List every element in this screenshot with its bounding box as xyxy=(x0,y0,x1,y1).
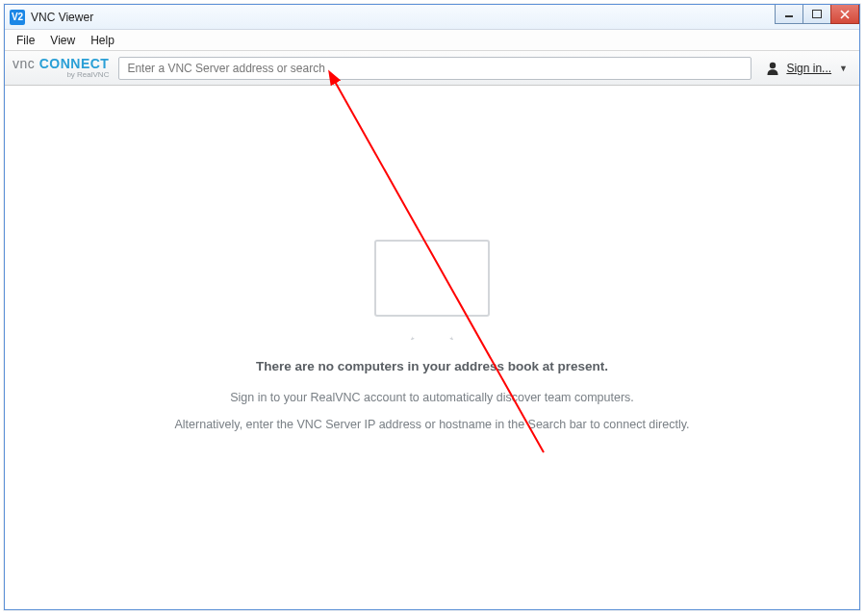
window-title: VNC Viewer xyxy=(31,11,93,24)
close-button[interactable] xyxy=(830,5,859,24)
server-address-input[interactable] xyxy=(118,57,751,80)
app-window: V2 VNC Viewer File View Help vnc CONNECT… xyxy=(4,4,860,610)
menubar: File View Help xyxy=(5,30,859,51)
svg-point-0 xyxy=(770,62,776,67)
sign-in-label: Sign in... xyxy=(786,62,831,75)
empty-state-line2: Alternatively, enter the VNC Server IP a… xyxy=(175,418,690,431)
menu-file[interactable]: File xyxy=(9,32,42,49)
brand-subtitle: by RealVNC xyxy=(13,71,109,79)
maximize-button[interactable] xyxy=(802,5,831,24)
close-icon xyxy=(840,10,850,19)
brand-logo: vnc CONNECT by RealVNC xyxy=(13,57,109,79)
minimize-button[interactable] xyxy=(775,5,803,24)
window-controls xyxy=(776,5,859,24)
empty-monitor-icon xyxy=(374,240,490,317)
menu-help[interactable]: Help xyxy=(83,32,122,49)
titlebar[interactable]: V2 VNC Viewer xyxy=(5,5,859,30)
empty-state-line1: Sign in to your RealVNC account to autom… xyxy=(230,391,634,404)
sign-in-button[interactable]: Sign in... ▼ xyxy=(761,61,852,76)
brand-connect-text: CONNECT xyxy=(35,56,109,71)
brand-vnc-text: vnc xyxy=(13,56,35,71)
person-icon xyxy=(765,61,780,76)
empty-state-title: There are no computers in your address b… xyxy=(256,359,608,373)
content-area: There are no computers in your address b… xyxy=(5,86,859,609)
app-icon: V2 xyxy=(10,10,25,25)
chevron-down-icon: ▼ xyxy=(839,64,848,73)
toolbar: vnc CONNECT by RealVNC Sign in... ▼ xyxy=(5,51,859,86)
menu-view[interactable]: View xyxy=(42,32,83,49)
